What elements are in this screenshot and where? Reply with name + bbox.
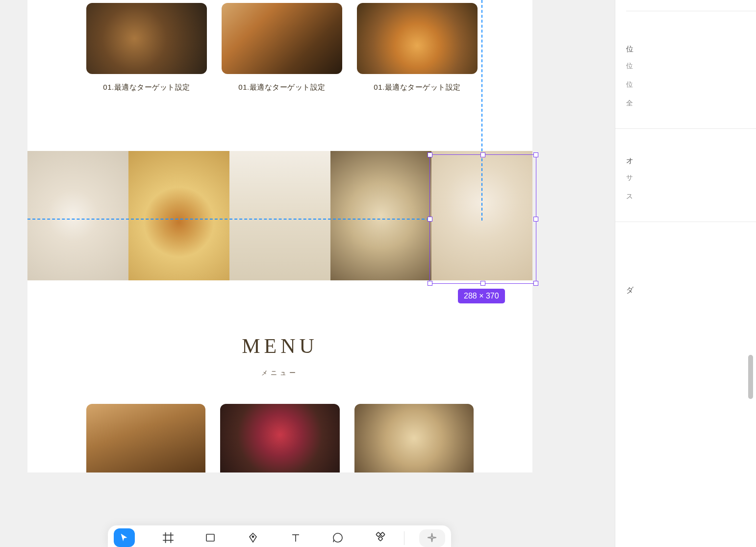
feature-card[interactable]: 01.最適なターゲット設定 xyxy=(357,3,478,92)
menu-card-image[interactable] xyxy=(86,404,205,472)
sparkle-icon xyxy=(425,531,439,546)
alignment-guide-horizontal xyxy=(27,219,429,220)
panel-section-label: ダ xyxy=(626,286,756,295)
page-artboard[interactable]: 01.最適なターゲット設定 01.最適なターゲット設定 01.最適なターゲット設… xyxy=(27,0,532,472)
ai-assist-tool[interactable] xyxy=(419,529,445,547)
comment-icon xyxy=(332,532,344,544)
gallery-image[interactable] xyxy=(128,151,229,280)
card-caption: 01.最適なターゲット設定 xyxy=(357,83,478,92)
menu-section: MENU メニュー xyxy=(27,280,532,472)
svg-point-5 xyxy=(252,536,253,537)
menu-card-image[interactable] xyxy=(220,404,339,472)
panel-field[interactable]: ス xyxy=(626,192,756,201)
dimension-badge: 288 × 370 xyxy=(458,289,505,303)
panel-field[interactable]: 全 xyxy=(626,99,756,108)
panel-field[interactable]: 位 xyxy=(626,62,756,71)
cursor-icon xyxy=(119,532,129,543)
panel-field[interactable]: 位 xyxy=(626,80,756,89)
resize-handle-top-right[interactable] xyxy=(533,152,538,157)
rectangle-tool[interactable] xyxy=(202,528,220,547)
panel-section-label: オ xyxy=(626,156,756,166)
components-icon xyxy=(374,531,387,544)
cursor-tool[interactable] xyxy=(114,528,135,547)
feature-cards-row: 01.最適なターゲット設定 01.最適なターゲット設定 01.最適なターゲット設… xyxy=(27,0,532,92)
card-image[interactable] xyxy=(357,3,478,74)
feature-card[interactable]: 01.最適なターゲット設定 xyxy=(222,3,342,92)
scrollbar-track[interactable] xyxy=(748,0,753,547)
panel-section-label: 位 xyxy=(626,45,756,54)
pen-tool[interactable] xyxy=(244,528,262,547)
comment-tool[interactable] xyxy=(329,528,347,547)
inspector-panel[interactable]: 位 位 位 全 オ サ ス ダ xyxy=(615,0,756,547)
scrollbar-thumb[interactable] xyxy=(748,355,753,399)
menu-title[interactable]: MENU xyxy=(27,334,532,358)
toolbar-separator xyxy=(404,531,404,545)
floating-toolbar xyxy=(108,525,451,547)
rectangle-icon xyxy=(204,532,216,544)
menu-card-image[interactable] xyxy=(354,404,474,472)
gallery-strip xyxy=(27,151,532,280)
menu-cards-row xyxy=(27,377,532,472)
panel-field[interactable]: サ xyxy=(626,174,756,182)
gallery-image[interactable] xyxy=(330,151,431,280)
svg-rect-8 xyxy=(376,532,380,537)
canvas-area[interactable]: 01.最適なターゲット設定 01.最適なターゲット設定 01.最適なターゲット設… xyxy=(0,0,615,547)
alignment-guide-vertical xyxy=(481,0,482,221)
svg-rect-4 xyxy=(206,534,214,541)
pen-icon xyxy=(247,532,259,544)
frame-tool[interactable] xyxy=(159,528,177,547)
frame-icon xyxy=(162,531,175,544)
components-tool[interactable] xyxy=(371,528,389,547)
svg-rect-10 xyxy=(378,537,382,541)
feature-card[interactable]: 01.最適なターゲット設定 xyxy=(86,3,207,92)
text-tool[interactable] xyxy=(286,528,304,547)
card-caption: 01.最適なターゲット設定 xyxy=(222,83,342,92)
resize-handle-middle-right[interactable] xyxy=(533,217,538,222)
gallery-image[interactable] xyxy=(229,151,330,280)
gallery-image[interactable] xyxy=(27,151,128,280)
menu-subtitle[interactable]: メニュー xyxy=(27,369,532,377)
card-caption: 01.最適なターゲット設定 xyxy=(86,83,207,92)
svg-rect-9 xyxy=(380,532,384,537)
card-image[interactable] xyxy=(222,3,342,74)
card-image[interactable] xyxy=(86,3,207,74)
resize-handle-bottom-right[interactable] xyxy=(533,281,538,286)
text-icon xyxy=(290,532,302,544)
